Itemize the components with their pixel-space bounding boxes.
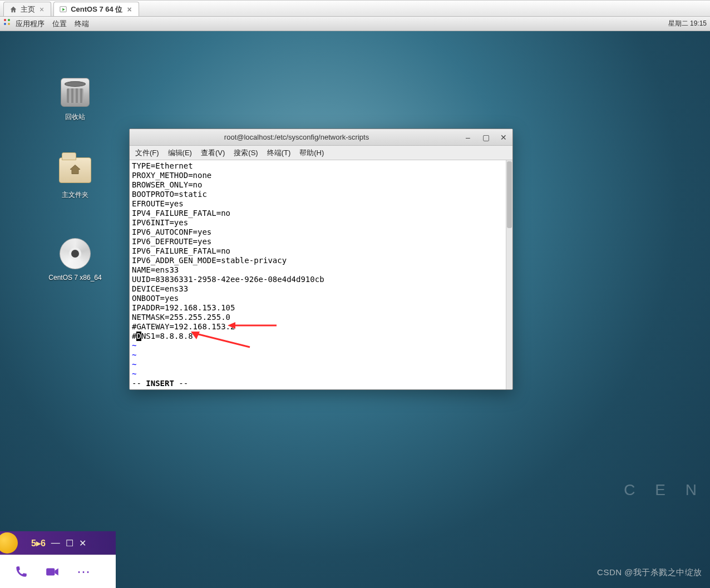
vim-tilde: ~	[132, 350, 510, 360]
vim-line: NETMASK=255.255.255.0	[132, 313, 510, 322]
tab-home-label: 主页	[21, 4, 35, 14]
game-widget[interactable]: 5▸6 — ☐ ✕	[0, 531, 116, 555]
close-icon[interactable]: ×	[38, 5, 45, 14]
menu-search[interactable]: 搜索(S)	[234, 148, 258, 158]
vim-tilde: ~	[132, 341, 510, 350]
vim-line: IPV6INIT=yes	[132, 218, 510, 228]
gnome-top-bar: 应用程序 位置 终端 星期二 19:15	[0, 17, 710, 31]
home-folder-icon[interactable]: 主文件夹	[45, 154, 106, 200]
trash-label: 回收站	[45, 112, 106, 122]
vim-tilde: ~	[132, 369, 510, 379]
vim-line: #DNS1=8.8.8.8	[132, 332, 510, 341]
applications-menu[interactable]: 应用程序	[3, 18, 45, 29]
phone-icon[interactable]	[13, 564, 29, 580]
vim-line: DEVICE=ens33	[132, 284, 510, 294]
trash-icon[interactable]: 回收站	[45, 76, 106, 122]
svg-point-2	[4, 19, 6, 21]
tab-vm-label: CentOS 7 64 位	[71, 4, 122, 14]
terminal-scrollbar[interactable]	[506, 160, 512, 389]
close-button[interactable]: ✕	[496, 131, 511, 144]
terminal-title: root@localhost:/etc/sysconfig/network-sc…	[134, 133, 459, 141]
trash-can-icon	[61, 78, 90, 107]
vim-line: IPV6_AUTOCONF=yes	[132, 228, 510, 237]
game-logo-icon	[0, 532, 18, 554]
vim-line: PROXY_METHOD=none	[132, 171, 510, 180]
svg-point-5	[8, 23, 10, 25]
centos-watermark: C E N	[624, 481, 704, 499]
csdn-watermark: CSDN @我于杀戮之中绽放	[597, 567, 702, 578]
house-icon	[69, 164, 81, 177]
menu-help[interactable]: 帮助(H)	[299, 148, 324, 158]
host-tab-strip: 主页 × CentOS 7 64 位 ×	[0, 0, 710, 17]
terminal-body[interactable]: TYPE=Ethernet PROXY_METHOD=none BROWSER_…	[130, 160, 512, 389]
svg-rect-10	[46, 568, 55, 575]
vim-line: ONBOOT=yes	[132, 294, 510, 303]
vim-line: IPADDR=192.168.153.105	[132, 303, 510, 313]
cd-label: CentOS 7 x86_64	[45, 274, 106, 281]
svg-point-4	[4, 23, 6, 25]
svg-point-3	[8, 19, 10, 21]
vim-line: #GATEWAY=192.168.153.2	[132, 322, 510, 332]
desktop[interactable]: 回收站 主文件夹 CentOS 7 x86_64 root@localhost:…	[0, 31, 710, 588]
menu-edit[interactable]: 编辑(E)	[168, 148, 192, 158]
close-icon[interactable]: ×	[126, 5, 132, 14]
vim-line: IPV6_DEFROUTE=yes	[132, 237, 510, 246]
cd-icon[interactable]: CentOS 7 x86_64	[45, 237, 106, 281]
vim-tilde: ~	[132, 360, 510, 369]
terminal-titlebar[interactable]: root@localhost:/etc/sysconfig/network-sc…	[130, 129, 512, 146]
vim-line: BOOTPROTO=static	[132, 190, 510, 199]
apps-icon	[3, 18, 11, 26]
vim-line: TYPE=Ethernet	[132, 161, 510, 171]
minimize-button[interactable]: –	[461, 131, 475, 144]
widget-minimize[interactable]: —	[51, 538, 60, 548]
vim-line: UUID=83836331-2958-42ee-926e-08e4d4d910c…	[132, 275, 510, 284]
menu-terminal[interactable]: 终端(T)	[267, 148, 291, 158]
video-icon[interactable]	[45, 564, 60, 580]
scrollbar-thumb[interactable]	[507, 161, 512, 228]
tab-vm[interactable]: CentOS 7 64 位 ×	[53, 2, 139, 16]
bottom-bar: ⋯	[0, 555, 116, 588]
menu-file[interactable]: 文件(F)	[135, 148, 159, 158]
clock[interactable]: 星期二 19:15	[668, 19, 707, 28]
places-menu[interactable]: 位置	[52, 19, 67, 29]
disc-icon	[60, 238, 91, 269]
tab-home[interactable]: 主页 ×	[3, 2, 51, 16]
vim-cursor: D	[136, 332, 141, 341]
vim-line: NAME=ens33	[132, 265, 510, 275]
vim-line: IPV4_FAILURE_FATAL=no	[132, 209, 510, 218]
vim-line: IPV6_ADDR_GEN_MODE=stable-privacy	[132, 256, 510, 265]
vim-line: IPV6_FAILURE_FATAL=no	[132, 246, 510, 256]
vim-line: BROWSER_ONLY=no	[132, 180, 510, 190]
menu-view[interactable]: 查看(V)	[201, 148, 225, 158]
home-folder-label: 主文件夹	[45, 190, 106, 200]
play-icon	[60, 6, 67, 13]
widget-close[interactable]: ✕	[79, 538, 86, 549]
widget-maximize[interactable]: ☐	[66, 538, 73, 549]
vim-mode: -- INSERT --	[132, 379, 510, 388]
game-level: 5▸6	[31, 538, 46, 549]
terminal-menubar: 文件(F) 编辑(E) 查看(V) 搜索(S) 终端(T) 帮助(H)	[130, 146, 512, 160]
terminal-window: root@localhost:/etc/sysconfig/network-sc…	[129, 129, 513, 390]
folder-icon	[59, 157, 91, 183]
vim-line: EFROUTE=yes	[132, 199, 510, 209]
svg-marker-11	[55, 568, 58, 575]
maximize-button[interactable]: ▢	[479, 131, 493, 144]
more-icon[interactable]: ⋯	[76, 564, 91, 580]
terminal-menu[interactable]: 终端	[75, 19, 89, 29]
home-icon	[9, 6, 17, 13]
